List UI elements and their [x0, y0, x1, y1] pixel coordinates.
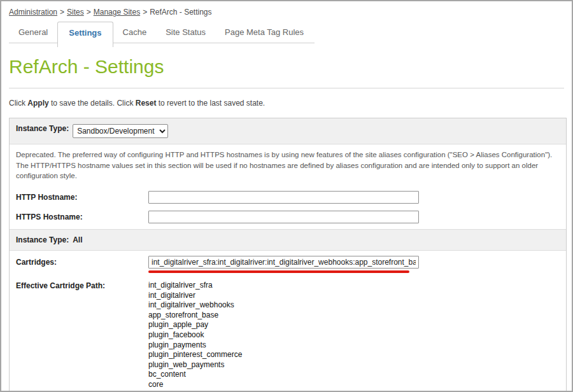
tab-site-status[interactable]: Site Status — [156, 22, 215, 43]
tab-general[interactable]: General — [9, 22, 57, 43]
https-hostname-label: HTTPS Hostname: — [16, 211, 148, 221]
http-hostname-row: HTTP Hostname: — [10, 186, 566, 206]
https-hostname-row: HTTPS Hostname: — [10, 206, 566, 229]
breadcrumb-link-sites[interactable]: Sites — [67, 8, 84, 17]
cartridge-item: core — [148, 380, 242, 390]
tab-settings[interactable]: Settings — [57, 22, 113, 47]
instance-type-all-value: All — [73, 235, 82, 244]
cartridge-item: int_digitalriver — [148, 291, 242, 301]
breadcrumb-current: RefArch - Settings — [150, 8, 211, 17]
cartridges-input[interactable] — [148, 256, 419, 269]
cartridge-item: plugin_web_payments — [148, 360, 242, 370]
http-hostname-label: HTTP Hostname: — [16, 191, 148, 202]
red-annotation-underline — [148, 270, 409, 273]
cartridge-item: plugin_pinterest_commerce — [148, 350, 242, 360]
page-content: Administration>Sites>Manage Sites>RefArc… — [1, 1, 572, 392]
http-hostname-input[interactable] — [148, 191, 419, 204]
tab-cache[interactable]: Cache — [113, 22, 157, 43]
breadcrumb: Administration>Sites>Manage Sites>RefArc… — [9, 8, 564, 17]
page-title: RefArch - Settings — [9, 56, 564, 78]
tab-page-meta-tag-rules[interactable]: Page Meta Tag Rules — [215, 22, 313, 43]
instance-type-label: Instance Type: — [16, 124, 69, 133]
cartridge-item: plugin_payments — [148, 340, 242, 351]
cartridges-row: Cartridges: — [10, 251, 566, 277]
title-divider — [9, 88, 564, 88]
effective-cartridge-path-list: int_digitalriver_sfra int_digitalriver i… — [148, 281, 242, 390]
instruction-part3: to revert to the last saved state. — [156, 99, 265, 108]
breadcrumb-separator: > — [143, 8, 147, 17]
cartridge-item: plugin_apple_pay — [148, 320, 242, 330]
instruction-reset-word: Reset — [136, 99, 157, 108]
breadcrumb-separator: > — [87, 8, 91, 17]
cartridge-item: int_digitalriver_sfra — [148, 281, 242, 291]
breadcrumb-link-administration[interactable]: Administration — [9, 8, 57, 17]
instruction-part2: to save the details. Click — [49, 99, 136, 108]
deprecated-note: Deprecated. The preferred way of configu… — [10, 144, 566, 186]
instance-type-row: Instance Type: Sandbox/Development — [10, 118, 566, 144]
effective-cartridge-path-row: Effective Cartridge Path: int_digitalriv… — [10, 277, 566, 392]
https-hostname-input[interactable] — [148, 211, 419, 223]
breadcrumb-separator: > — [60, 8, 64, 17]
effective-cartridge-path-label: Effective Cartridge Path: — [16, 279, 148, 290]
instruction-part1: Click — [9, 99, 27, 108]
instruction-text: Click Apply to save the details. Click R… — [9, 99, 564, 108]
instance-type-all-label: Instance Type: — [16, 235, 69, 244]
instance-type-all-row: Instance Type: All — [10, 229, 566, 251]
instruction-apply-word: Apply — [27, 99, 48, 108]
tab-bar: General Settings Cache Site Status Page … — [9, 22, 315, 43]
cartridge-item: app_storefront_base — [148, 311, 242, 321]
settings-form: Instance Type: Sandbox/Development Depre… — [9, 118, 567, 392]
cartridge-item: plugin_facebook — [148, 330, 242, 340]
cartridges-label: Cartridges: — [16, 256, 148, 267]
instance-type-select[interactable]: Sandbox/Development — [73, 124, 168, 138]
cartridge-item: bc_content — [148, 370, 242, 380]
breadcrumb-link-manage-sites[interactable]: Manage Sites — [94, 8, 140, 17]
cartridge-item: int_digitalriver_webhooks — [148, 300, 242, 311]
